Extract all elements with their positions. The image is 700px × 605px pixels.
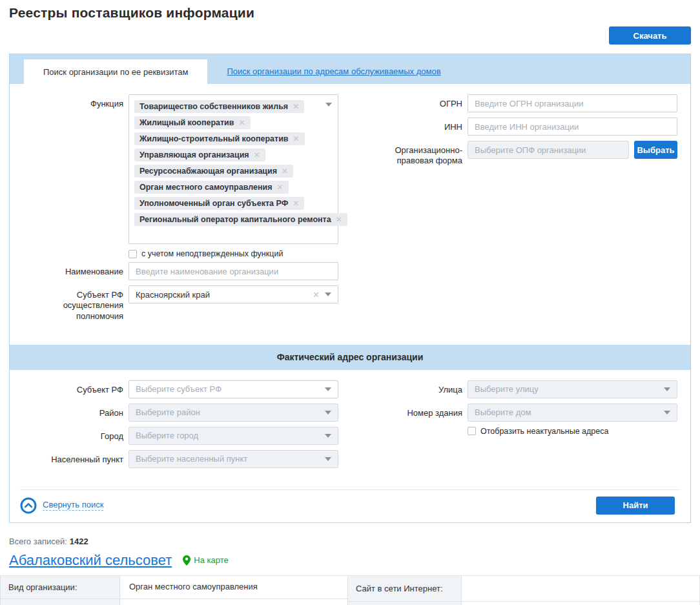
inactive-addresses-checkbox-row: Отобразить неактуальные адреса [468, 427, 677, 436]
close-icon[interactable]: ✕ [313, 290, 320, 300]
org-phone-label: Контактный телефон: [348, 602, 462, 605]
inactive-addresses-label: Отобразить неактуальные адреса [480, 427, 608, 436]
unconfirmed-functions-checkbox-row: с учетом неподтвержденных функций [129, 249, 338, 258]
page: Реестры поставщиков информации Скачать П… [0, 5, 700, 605]
function-tag-label: Управляющая организация [139, 150, 249, 159]
total-records-value: 1422 [70, 537, 88, 546]
street-select[interactable]: Выберите улицу [468, 380, 677, 398]
function-tag-label: Жилищный кооператив [139, 118, 234, 127]
table-row: Сайт в сети Интернет: [348, 576, 699, 601]
close-icon[interactable]: ✕ [254, 150, 260, 159]
house-placeholder: Выберите дом [475, 407, 664, 417]
name-label: Наименование [20, 262, 123, 277]
subject-rf-label: Субъект РФ [20, 380, 123, 395]
function-tag: Уполномоченный орган субъекта РФ✕ [134, 197, 304, 210]
opf-input[interactable] [468, 141, 629, 159]
org-phone-value: +7(39195)78506 [462, 602, 699, 605]
page-title: Реестры поставщиков информации [9, 5, 700, 21]
close-icon[interactable]: ✕ [238, 118, 245, 127]
function-tag-label: Жилищно-строительный кооператив [139, 134, 289, 143]
function-tag: Жилищный кооператив✕ [134, 116, 251, 129]
org-type-label: Вид организации: [1, 576, 120, 599]
org-address-value: Красноярский край, р-н. Енисейский, с. А… [120, 599, 347, 605]
ogrn-input[interactable] [468, 94, 677, 112]
unconfirmed-functions-checkbox[interactable] [129, 250, 137, 258]
district-label: Район [20, 404, 123, 418]
subject-rf-select[interactable]: Выберите субъект РФ [129, 380, 338, 398]
function-tag: Товарищество собственников жилья✕ [134, 100, 304, 113]
inn-input[interactable] [468, 118, 677, 136]
chevron-down-icon [325, 457, 331, 461]
function-tag: Региональный оператор капитального ремон… [134, 213, 347, 226]
street-placeholder: Выберите улицу [475, 384, 664, 394]
settlement-select[interactable]: Выберите населенный пункт [129, 450, 338, 468]
function-label: Функция [20, 94, 123, 109]
close-icon[interactable]: ✕ [336, 215, 342, 224]
download-row: Скачать [0, 26, 691, 45]
chevron-down-icon[interactable] [325, 387, 331, 391]
org-site-label: Сайт в сети Интернет: [348, 576, 462, 601]
house-label: Номер здания [360, 404, 462, 418]
close-icon[interactable]: ✕ [293, 102, 299, 111]
chevron-up-circle-icon [20, 497, 37, 514]
organization-details-table: Вид организации: Орган местного самоупра… [0, 575, 700, 605]
chevron-down-icon [325, 411, 331, 415]
org-address-label: Фактический адрес: [1, 599, 120, 605]
house-select[interactable]: Выберите дом [468, 404, 677, 422]
opf-choose-button[interactable]: Выбрать [634, 141, 677, 159]
function-tag: Управляющая организация✕ [134, 149, 265, 161]
address-form: Субъект РФ Выберите субъект РФ Район [10, 370, 690, 489]
tab-bar: Поиск организации по ее реквизитам Поиск… [10, 54, 690, 84]
on-map-label: На карте [194, 555, 228, 565]
opf-label: Организационно-правовая форма [360, 141, 462, 167]
function-tag-label: Региональный оператор капитального ремон… [139, 215, 331, 224]
subject-rf-authority-select[interactable]: Красноярский край ✕ [129, 285, 338, 303]
chevron-down-icon [325, 434, 331, 438]
street-label: Улица [360, 380, 462, 395]
table-row: Фактический адрес: Красноярский край, р-… [1, 599, 347, 605]
subject-rf-authority-value: Красноярский край [136, 290, 313, 300]
function-tag-label: Орган местного самоуправления [139, 183, 272, 192]
tab-search-by-requisites[interactable]: Поиск организации по ее реквизитам [24, 59, 207, 84]
close-icon[interactable]: ✕ [293, 134, 300, 143]
unconfirmed-functions-label: с учетом неподтвержденных функций [141, 249, 283, 258]
download-button[interactable]: Скачать [609, 26, 691, 45]
name-input[interactable] [129, 262, 338, 280]
org-type-value: Орган местного самоуправления [120, 576, 347, 599]
find-button[interactable]: Найти [596, 497, 675, 515]
function-multiselect[interactable]: Товарищество собственников жилья✕Жилищны… [129, 94, 338, 244]
close-icon[interactable]: ✕ [282, 167, 288, 176]
tab-search-by-address[interactable]: Поиск организации по адресам обслуживаем… [227, 67, 440, 76]
organization-link[interactable]: Абалаковский сельсовет [9, 552, 172, 569]
map-pin-icon [183, 555, 190, 566]
function-tag: Жилищно-строительный кооператив✕ [134, 132, 305, 145]
tab-label: Поиск организации по ее реквизитам [43, 67, 188, 77]
city-select[interactable]: Выберите город [129, 427, 338, 445]
chevron-down-icon[interactable] [325, 292, 331, 296]
results-section: Всего записей:1422 Абалаковский сельсове… [9, 537, 691, 569]
function-tag: Орган местного самоуправления✕ [134, 181, 289, 194]
chevron-down-icon [664, 387, 670, 391]
close-icon[interactable]: ✕ [293, 199, 299, 208]
inactive-addresses-checkbox[interactable] [468, 427, 476, 435]
chevron-down-icon [664, 411, 670, 415]
actual-address-section-title: Фактический адрес организации [10, 345, 690, 370]
settlement-placeholder: Выберите населенный пункт [136, 454, 325, 464]
ogrn-label: ОГРН [360, 94, 462, 109]
function-tag: Ресурсоснабжающая организация✕ [134, 165, 293, 178]
city-placeholder: Выберите город [136, 431, 325, 440]
on-map-link[interactable]: На карте [183, 555, 228, 566]
district-select[interactable]: Выберите район [129, 404, 338, 422]
collapse-search-label: Свернуть поиск [43, 500, 103, 511]
district-placeholder: Выберите район [136, 407, 325, 417]
subject-rf-authority-label: Субъект РФ осуществления полномочия [20, 285, 123, 322]
close-icon[interactable]: ✕ [276, 183, 283, 192]
organization-row: Абалаковский сельсовет На карте [9, 552, 691, 569]
chevron-down-icon[interactable] [325, 103, 332, 107]
collapse-search-link[interactable]: Свернуть поиск [20, 497, 103, 514]
city-label: Город [20, 427, 123, 442]
total-records-label: Всего записей: [9, 537, 67, 546]
subject-rf-placeholder: Выберите субъект РФ [136, 384, 325, 394]
settlement-label: Населенный пункт [20, 450, 123, 465]
total-records: Всего записей:1422 [9, 537, 691, 546]
